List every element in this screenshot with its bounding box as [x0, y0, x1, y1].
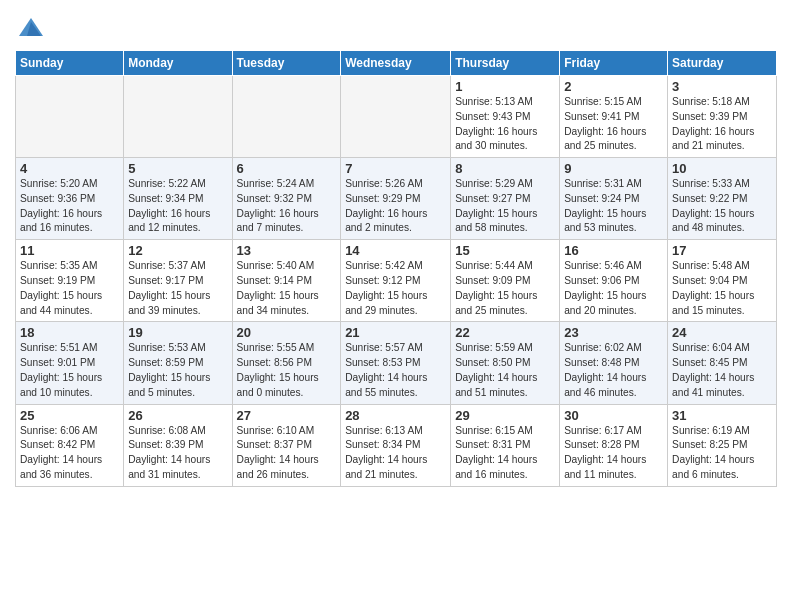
day-cell: 26Sunrise: 6:08 AM Sunset: 8:39 PM Dayli…	[124, 404, 232, 486]
day-cell: 15Sunrise: 5:44 AM Sunset: 9:09 PM Dayli…	[451, 240, 560, 322]
day-cell: 27Sunrise: 6:10 AM Sunset: 8:37 PM Dayli…	[232, 404, 341, 486]
header	[15, 10, 777, 42]
day-info: Sunrise: 5:53 AM Sunset: 8:59 PM Dayligh…	[128, 341, 227, 400]
day-cell: 11Sunrise: 5:35 AM Sunset: 9:19 PM Dayli…	[16, 240, 124, 322]
day-info: Sunrise: 6:13 AM Sunset: 8:34 PM Dayligh…	[345, 424, 446, 483]
day-cell: 9Sunrise: 5:31 AM Sunset: 9:24 PM Daylig…	[560, 158, 668, 240]
calendar-week-row: 18Sunrise: 5:51 AM Sunset: 9:01 PM Dayli…	[16, 322, 777, 404]
day-number: 31	[672, 408, 772, 423]
weekday-header: Friday	[560, 51, 668, 76]
day-info: Sunrise: 6:15 AM Sunset: 8:31 PM Dayligh…	[455, 424, 555, 483]
day-info: Sunrise: 5:46 AM Sunset: 9:06 PM Dayligh…	[564, 259, 663, 318]
day-number: 8	[455, 161, 555, 176]
day-number: 2	[564, 79, 663, 94]
day-cell: 10Sunrise: 5:33 AM Sunset: 9:22 PM Dayli…	[668, 158, 777, 240]
day-info: Sunrise: 5:15 AM Sunset: 9:41 PM Dayligh…	[564, 95, 663, 154]
day-number: 6	[237, 161, 337, 176]
weekday-header: Saturday	[668, 51, 777, 76]
weekday-header: Tuesday	[232, 51, 341, 76]
day-number: 9	[564, 161, 663, 176]
day-cell: 22Sunrise: 5:59 AM Sunset: 8:50 PM Dayli…	[451, 322, 560, 404]
day-number: 21	[345, 325, 446, 340]
day-cell: 7Sunrise: 5:26 AM Sunset: 9:29 PM Daylig…	[341, 158, 451, 240]
day-cell: 5Sunrise: 5:22 AM Sunset: 9:34 PM Daylig…	[124, 158, 232, 240]
day-info: Sunrise: 5:44 AM Sunset: 9:09 PM Dayligh…	[455, 259, 555, 318]
empty-cell	[232, 76, 341, 158]
day-number: 30	[564, 408, 663, 423]
day-cell: 25Sunrise: 6:06 AM Sunset: 8:42 PM Dayli…	[16, 404, 124, 486]
weekday-header: Thursday	[451, 51, 560, 76]
day-number: 16	[564, 243, 663, 258]
day-number: 10	[672, 161, 772, 176]
day-number: 22	[455, 325, 555, 340]
day-number: 5	[128, 161, 227, 176]
day-cell: 21Sunrise: 5:57 AM Sunset: 8:53 PM Dayli…	[341, 322, 451, 404]
calendar-week-row: 1Sunrise: 5:13 AM Sunset: 9:43 PM Daylig…	[16, 76, 777, 158]
day-info: Sunrise: 5:26 AM Sunset: 9:29 PM Dayligh…	[345, 177, 446, 236]
day-number: 12	[128, 243, 227, 258]
calendar-week-row: 4Sunrise: 5:20 AM Sunset: 9:36 PM Daylig…	[16, 158, 777, 240]
day-number: 24	[672, 325, 772, 340]
day-number: 11	[20, 243, 119, 258]
day-number: 20	[237, 325, 337, 340]
day-cell: 2Sunrise: 5:15 AM Sunset: 9:41 PM Daylig…	[560, 76, 668, 158]
logo	[15, 14, 45, 42]
day-info: Sunrise: 6:06 AM Sunset: 8:42 PM Dayligh…	[20, 424, 119, 483]
day-info: Sunrise: 5:57 AM Sunset: 8:53 PM Dayligh…	[345, 341, 446, 400]
calendar-week-row: 11Sunrise: 5:35 AM Sunset: 9:19 PM Dayli…	[16, 240, 777, 322]
day-info: Sunrise: 5:22 AM Sunset: 9:34 PM Dayligh…	[128, 177, 227, 236]
day-cell: 8Sunrise: 5:29 AM Sunset: 9:27 PM Daylig…	[451, 158, 560, 240]
day-cell: 19Sunrise: 5:53 AM Sunset: 8:59 PM Dayli…	[124, 322, 232, 404]
empty-cell	[16, 76, 124, 158]
day-info: Sunrise: 6:08 AM Sunset: 8:39 PM Dayligh…	[128, 424, 227, 483]
weekday-header: Monday	[124, 51, 232, 76]
page: SundayMondayTuesdayWednesdayThursdayFrid…	[0, 0, 792, 497]
day-info: Sunrise: 6:02 AM Sunset: 8:48 PM Dayligh…	[564, 341, 663, 400]
weekday-header: Sunday	[16, 51, 124, 76]
day-number: 15	[455, 243, 555, 258]
day-cell: 30Sunrise: 6:17 AM Sunset: 8:28 PM Dayli…	[560, 404, 668, 486]
day-info: Sunrise: 6:17 AM Sunset: 8:28 PM Dayligh…	[564, 424, 663, 483]
day-cell: 28Sunrise: 6:13 AM Sunset: 8:34 PM Dayli…	[341, 404, 451, 486]
day-cell: 31Sunrise: 6:19 AM Sunset: 8:25 PM Dayli…	[668, 404, 777, 486]
day-cell: 14Sunrise: 5:42 AM Sunset: 9:12 PM Dayli…	[341, 240, 451, 322]
day-cell: 6Sunrise: 5:24 AM Sunset: 9:32 PM Daylig…	[232, 158, 341, 240]
empty-cell	[124, 76, 232, 158]
day-number: 4	[20, 161, 119, 176]
day-info: Sunrise: 5:42 AM Sunset: 9:12 PM Dayligh…	[345, 259, 446, 318]
day-number: 26	[128, 408, 227, 423]
day-cell: 20Sunrise: 5:55 AM Sunset: 8:56 PM Dayli…	[232, 322, 341, 404]
day-cell: 13Sunrise: 5:40 AM Sunset: 9:14 PM Dayli…	[232, 240, 341, 322]
day-cell: 3Sunrise: 5:18 AM Sunset: 9:39 PM Daylig…	[668, 76, 777, 158]
day-cell: 18Sunrise: 5:51 AM Sunset: 9:01 PM Dayli…	[16, 322, 124, 404]
day-cell: 12Sunrise: 5:37 AM Sunset: 9:17 PM Dayli…	[124, 240, 232, 322]
calendar-table: SundayMondayTuesdayWednesdayThursdayFrid…	[15, 50, 777, 487]
day-number: 18	[20, 325, 119, 340]
day-info: Sunrise: 5:20 AM Sunset: 9:36 PM Dayligh…	[20, 177, 119, 236]
day-info: Sunrise: 5:33 AM Sunset: 9:22 PM Dayligh…	[672, 177, 772, 236]
day-number: 7	[345, 161, 446, 176]
calendar-header-row: SundayMondayTuesdayWednesdayThursdayFrid…	[16, 51, 777, 76]
day-cell: 17Sunrise: 5:48 AM Sunset: 9:04 PM Dayli…	[668, 240, 777, 322]
day-info: Sunrise: 5:40 AM Sunset: 9:14 PM Dayligh…	[237, 259, 337, 318]
day-number: 3	[672, 79, 772, 94]
day-info: Sunrise: 5:55 AM Sunset: 8:56 PM Dayligh…	[237, 341, 337, 400]
logo-icon	[17, 14, 45, 42]
day-number: 27	[237, 408, 337, 423]
day-number: 23	[564, 325, 663, 340]
day-number: 29	[455, 408, 555, 423]
day-number: 13	[237, 243, 337, 258]
day-info: Sunrise: 5:51 AM Sunset: 9:01 PM Dayligh…	[20, 341, 119, 400]
day-info: Sunrise: 5:37 AM Sunset: 9:17 PM Dayligh…	[128, 259, 227, 318]
day-cell: 4Sunrise: 5:20 AM Sunset: 9:36 PM Daylig…	[16, 158, 124, 240]
day-number: 17	[672, 243, 772, 258]
day-cell: 23Sunrise: 6:02 AM Sunset: 8:48 PM Dayli…	[560, 322, 668, 404]
day-info: Sunrise: 6:10 AM Sunset: 8:37 PM Dayligh…	[237, 424, 337, 483]
day-info: Sunrise: 5:59 AM Sunset: 8:50 PM Dayligh…	[455, 341, 555, 400]
day-info: Sunrise: 5:48 AM Sunset: 9:04 PM Dayligh…	[672, 259, 772, 318]
day-number: 14	[345, 243, 446, 258]
day-info: Sunrise: 5:35 AM Sunset: 9:19 PM Dayligh…	[20, 259, 119, 318]
day-cell: 24Sunrise: 6:04 AM Sunset: 8:45 PM Dayli…	[668, 322, 777, 404]
empty-cell	[341, 76, 451, 158]
day-info: Sunrise: 5:18 AM Sunset: 9:39 PM Dayligh…	[672, 95, 772, 154]
